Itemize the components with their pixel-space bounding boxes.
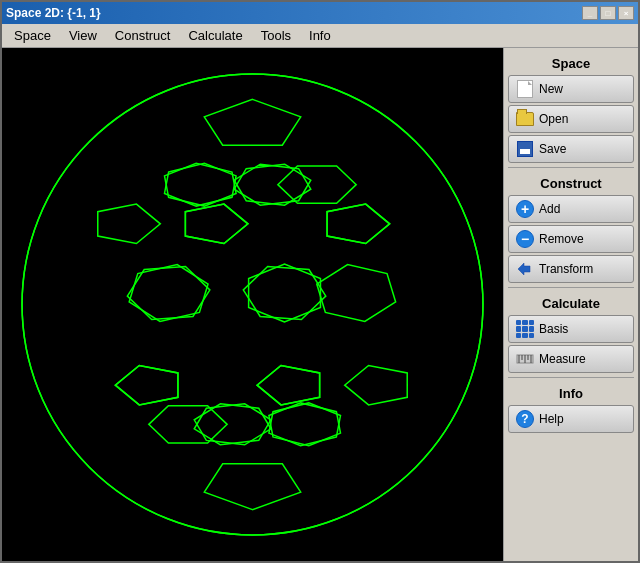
remove-icon-shape: − [516,230,534,248]
add-icon-shape: + [516,200,534,218]
sidebar: Space New Open Save Const [503,48,638,561]
measure-icon [515,349,535,369]
save-button[interactable]: Save [508,135,634,163]
maximize-button[interactable]: □ [600,6,616,20]
menu-bar: Space View Construct Calculate Tools Inf… [2,24,638,48]
remove-icon: − [515,229,535,249]
save-icon-shape [517,141,533,157]
remove-button-label: Remove [539,232,584,246]
add-icon: + [515,199,535,219]
measure-button[interactable]: Measure [508,345,634,373]
divider-3 [508,377,634,378]
basis-icon [515,319,535,339]
section-label-space: Space [508,56,634,71]
basis-icon-shape [516,320,534,338]
transform-icon [515,259,535,279]
section-label-construct: Construct [508,176,634,191]
main-window: Space 2D: {-1, 1} _ □ × Space View Const… [0,0,640,563]
open-icon [515,109,535,129]
menu-item-construct[interactable]: Construct [107,26,179,45]
window-title: Space 2D: {-1, 1} [6,6,101,20]
section-label-calculate: Calculate [508,296,634,311]
open-button-label: Open [539,112,568,126]
new-icon [515,79,535,99]
measure-button-label: Measure [539,352,586,366]
menu-item-info[interactable]: Info [301,26,339,45]
menu-item-view[interactable]: View [61,26,105,45]
basis-button[interactable]: Basis [508,315,634,343]
new-icon-shape [517,80,533,98]
measure-icon-shape [516,350,534,368]
menu-item-tools[interactable]: Tools [253,26,299,45]
save-icon [515,139,535,159]
divider-1 [508,167,634,168]
canvas-area [2,48,503,561]
save-button-label: Save [539,142,566,156]
transform-button-label: Transform [539,262,593,276]
divider-2 [508,287,634,288]
menu-item-space[interactable]: Space [6,26,59,45]
help-button[interactable]: ? Help [508,405,634,433]
title-bar-controls: _ □ × [582,6,634,20]
main-area: Space New Open Save Const [2,48,638,561]
help-icon: ? [515,409,535,429]
new-button[interactable]: New [508,75,634,103]
transform-icon-shape [516,260,534,278]
new-button-label: New [539,82,563,96]
open-button[interactable]: Open [508,105,634,133]
add-button-label: Add [539,202,560,216]
basis-button-label: Basis [539,322,568,336]
title-bar: Space 2D: {-1, 1} _ □ × [2,2,638,24]
help-icon-shape: ? [516,410,534,428]
svg-marker-0 [518,263,530,275]
visualization-canvas [2,48,503,561]
close-button[interactable]: × [618,6,634,20]
transform-button[interactable]: Transform [508,255,634,283]
add-button[interactable]: + Add [508,195,634,223]
menu-item-calculate[interactable]: Calculate [180,26,250,45]
minimize-button[interactable]: _ [582,6,598,20]
open-icon-shape [516,112,534,126]
section-label-info: Info [508,386,634,401]
help-button-label: Help [539,412,564,426]
remove-button[interactable]: − Remove [508,225,634,253]
